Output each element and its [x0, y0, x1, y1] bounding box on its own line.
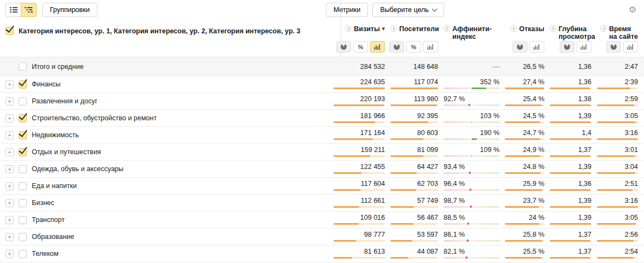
visits-cell: 220 193	[334, 93, 385, 109]
bar-chart-icon	[533, 44, 540, 50]
visits-bars-toggle[interactable]	[370, 41, 385, 52]
time-cell: 3:16	[597, 127, 638, 143]
percent-icon: %	[411, 44, 417, 50]
expand-row-button[interactable]: +	[5, 233, 14, 241]
row-checkbox[interactable]	[19, 97, 27, 106]
time-bars-toggle[interactable]	[623, 41, 638, 52]
metrics-button[interactable]: Метрики	[326, 3, 368, 17]
groupings-button[interactable]: Группировки	[42, 3, 97, 17]
bounce-bars-toggle[interactable]	[530, 41, 544, 52]
category-label: Бизнес	[32, 199, 54, 207]
row-checkbox[interactable]	[19, 80, 27, 89]
affinity-cell: 92,7 %	[444, 93, 499, 109]
affinity-cell: 96,4 %	[444, 178, 499, 194]
expand-row-button[interactable]: +	[5, 250, 14, 258]
depth-cell: 1,37	[550, 229, 591, 245]
gear-icon[interactable]: ⚙	[629, 5, 636, 14]
help-icon[interactable]: ?	[390, 25, 397, 32]
goal-selector-button[interactable]: Выберите цель	[372, 3, 444, 17]
help-icon[interactable]: ?	[345, 25, 352, 32]
help-icon[interactable]: ?	[444, 25, 450, 32]
depth-cell: 1,36	[550, 76, 591, 92]
bounce-cell: 25,5 %	[505, 246, 544, 262]
row-checkbox[interactable]	[19, 114, 27, 122]
table-body: + Финансы 224 635 117 074 352 % 27,4 % 1…	[0, 76, 644, 262]
time-cell: 2:54	[597, 246, 638, 262]
visitors-bars-toggle[interactable]	[423, 41, 438, 52]
pie-chart-icon	[341, 44, 347, 50]
row-checkbox[interactable]	[19, 250, 27, 258]
column-header-visitors[interactable]: ?Посетители %	[390, 20, 438, 57]
visits-cell: 159 211	[334, 144, 385, 160]
column-header-time[interactable]: ?Времяна сайте	[597, 20, 638, 57]
list-view-icon	[10, 7, 18, 13]
expand-row-button[interactable]: +	[5, 114, 14, 122]
help-icon[interactable]: ?	[510, 25, 517, 32]
list-view-button[interactable]	[5, 3, 21, 17]
depth-cell: 1,37	[550, 246, 591, 262]
table-row: + Телеком 81 613 44 087 82,1 % 25,5 % 1,…	[0, 246, 644, 262]
table-row: + Финансы 224 635 117 074 352 % 27,4 % 1…	[0, 76, 644, 93]
expand-row-button[interactable]: +	[5, 148, 14, 156]
pie-chart-icon	[394, 44, 400, 50]
percent-icon: %	[358, 44, 364, 50]
row-checkbox[interactable]	[19, 182, 27, 190]
category-label: Телеком	[32, 250, 59, 258]
row-checkbox[interactable]	[19, 165, 27, 173]
goal-selector-label: Выберите цель	[380, 6, 429, 14]
affinity-cell: 88,5 %	[444, 212, 499, 228]
visitors-cell: 64 427	[390, 161, 438, 177]
column-header-affinity[interactable]: ?Аффинити-индекс	[444, 20, 499, 57]
expand-row-button[interactable]: +	[5, 131, 14, 139]
row-checkbox[interactable]	[19, 131, 27, 139]
time-cell: 3:04	[597, 161, 638, 177]
column-header-bounce[interactable]: ?Отказы	[505, 20, 544, 57]
category-label: Транспорт	[32, 216, 65, 224]
expand-row-button[interactable]: +	[5, 216, 14, 224]
bounce-cell: 25,8 %	[505, 229, 544, 245]
totals-depth: 1,36	[550, 63, 591, 71]
table-row: + Одежда, обувь и аксессуары 122 455 64 …	[0, 161, 644, 178]
help-icon[interactable]: ?	[600, 25, 607, 32]
category-label: Финансы	[32, 80, 60, 88]
row-checkbox[interactable]	[19, 216, 27, 224]
pie-chart-icon	[564, 44, 570, 50]
expand-row-button[interactable]: +	[5, 97, 14, 106]
depth-bars-toggle[interactable]	[577, 41, 591, 52]
depth-pie-toggle[interactable]	[560, 41, 574, 52]
totals-checkbox[interactable]	[19, 62, 27, 71]
bounce-pie-toggle[interactable]	[513, 41, 527, 52]
row-checkbox[interactable]	[19, 148, 27, 156]
visits-pie-toggle[interactable]	[336, 41, 351, 52]
visits-cell: 171 164	[334, 127, 385, 143]
tree-view-button[interactable]	[21, 3, 37, 17]
row-checkbox[interactable]	[19, 199, 27, 207]
visitors-percent-toggle[interactable]: %	[406, 41, 421, 52]
metrica-report: Группировки Метрики Выберите цель ⚙ Кате…	[0, 0, 644, 263]
expand-row-button[interactable]: +	[5, 165, 14, 173]
visits-cell: 112 661	[334, 195, 385, 211]
totals-visitors: 148 648	[390, 63, 438, 71]
expand-row-button[interactable]: +	[5, 80, 14, 89]
dimension-checkbox[interactable]	[5, 27, 14, 35]
visitors-pie-toggle[interactable]	[389, 41, 404, 52]
affinity-cell: 190 %	[444, 127, 499, 143]
expand-row-button[interactable]: +	[5, 182, 14, 190]
visitors-cell: 44 087	[390, 246, 438, 262]
column-header-visits[interactable]: ?Визиты▼ %	[334, 20, 385, 57]
depth-cell: 1,36	[550, 178, 591, 194]
visits-cell: 81 613	[334, 246, 385, 262]
depth-cell: 1,39	[550, 195, 591, 211]
row-checkbox[interactable]	[19, 233, 27, 241]
visitors-cell: 81 099	[390, 144, 438, 160]
column-header-depth[interactable]: ?Глубинапросмотра	[550, 20, 591, 57]
help-icon[interactable]: ?	[550, 25, 556, 32]
table-row: + Образование 98 777 53 597 86,1 % 25,8 …	[0, 229, 644, 246]
table-row: + Бизнес 112 661 57 749 98,7 % 23,7 % 1,…	[0, 195, 644, 212]
time-pie-toggle[interactable]	[606, 41, 621, 52]
bounce-cell: 23,7 %	[505, 195, 544, 211]
visits-percent-toggle[interactable]: %	[353, 41, 368, 52]
expand-row-button[interactable]: +	[5, 199, 14, 207]
bounce-cell: 24 %	[505, 212, 544, 228]
affinity-cell: 103 %	[444, 110, 499, 126]
